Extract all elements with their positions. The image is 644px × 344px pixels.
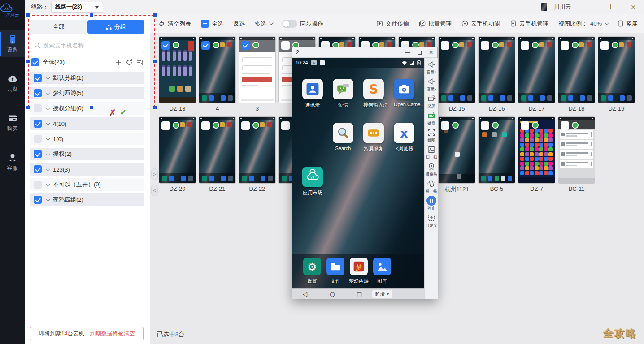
device-checkbox[interactable]	[201, 41, 210, 50]
selection-handle[interactable]	[90, 106, 93, 109]
multi-select-button[interactable]: 多选	[255, 20, 272, 28]
file-transfer-button[interactable]: 文件传输	[376, 20, 409, 28]
app-contacts[interactable]: 通讯录	[302, 79, 323, 108]
tool-screenshot[interactable]: 截图	[425, 128, 438, 143]
group-checkbox[interactable]	[34, 150, 42, 158]
batch-manage-button[interactable]: 批量管理	[419, 20, 452, 28]
selection-handle[interactable]	[153, 60, 157, 63]
device-checkbox[interactable]	[281, 121, 290, 130]
device-checkbox[interactable]	[481, 121, 489, 130]
invert-select-button[interactable]: 反选	[233, 20, 245, 28]
phone-screen[interactable]: 10:24 A 通讯录短信S搜狗输入法Open Came..Search拓展服务…	[292, 58, 424, 288]
group-checkbox[interactable]	[34, 165, 42, 173]
panel-expand-button[interactable]: >	[151, 168, 158, 180]
sidebar-item-设备[interactable]: 设备	[0, 30, 25, 57]
device-card[interactable]: DZ-18	[558, 37, 595, 112]
device-checkbox[interactable]	[241, 121, 250, 130]
device-checkbox[interactable]	[521, 121, 529, 130]
dock-settings[interactable]: ⚙设置	[300, 258, 324, 284]
group-checkbox[interactable]	[34, 89, 42, 97]
app-camera-app[interactable]: Open Came..	[394, 79, 414, 107]
phone-window-maximize-button[interactable]	[418, 51, 422, 55]
maximize-button[interactable]	[610, 4, 615, 9]
app-app-market[interactable]: 应用市场	[302, 167, 323, 196]
device-checkbox[interactable]	[481, 41, 489, 50]
device-card[interactable]: BC-11	[558, 117, 595, 193]
clear-list-button[interactable]: 清空列表	[158, 20, 191, 28]
tool-rotate[interactable]: 竖屏	[425, 94, 438, 109]
app-x-browser[interactable]: xX浏览器	[394, 123, 414, 152]
group-row[interactable]: 默认分组(1)	[30, 72, 144, 84]
view-scale-dropdown[interactable]: 视图比例： 40%	[558, 20, 608, 28]
sidebar-item-购买[interactable]: 购买	[0, 109, 25, 136]
device-checkbox[interactable]	[241, 41, 250, 50]
selection-handle[interactable]	[26, 106, 30, 109]
app-search-app[interactable]: Search	[333, 123, 353, 151]
group-row[interactable]: 授权分组(0)	[30, 102, 144, 115]
device-screen[interactable]	[199, 37, 235, 103]
annotation-confirm-icon[interactable]: ✓	[120, 107, 127, 117]
group-checkbox[interactable]	[34, 196, 42, 204]
device-screen[interactable]	[479, 37, 515, 103]
app-gamepad[interactable]: 拓展服务	[363, 123, 384, 152]
device-checkbox[interactable]	[441, 121, 449, 130]
dock-files[interactable]: 文件	[324, 258, 347, 284]
app-sms[interactable]: 短信	[333, 79, 353, 108]
device-screen[interactable]	[479, 117, 515, 183]
device-screen[interactable]	[598, 37, 635, 103]
device-card[interactable]: BC-5	[479, 117, 515, 193]
device-checkbox[interactable]	[441, 41, 449, 50]
device-card[interactable]: DZ-21	[199, 117, 235, 193]
device-screen[interactable]	[518, 117, 555, 183]
minimize-button[interactable]: —	[589, 4, 595, 10]
tool-keyboard[interactable]: 键盘	[425, 111, 438, 126]
nav-recent-button[interactable]: □	[357, 291, 362, 297]
device-card[interactable]: DZ-7	[518, 117, 555, 193]
search-input[interactable]	[43, 42, 140, 49]
select-all-toolbar[interactable]: 全选	[201, 20, 223, 28]
group-row[interactable]: 梦幻西游(5)	[30, 87, 144, 99]
tool-volume-down[interactable]: 音量-	[425, 77, 438, 92]
tool-stop[interactable]: 停止	[425, 196, 438, 211]
sidebar-item-云盘[interactable]: 云盘	[0, 70, 25, 97]
device-screen[interactable]	[558, 117, 595, 183]
device-screen[interactable]	[518, 37, 555, 103]
device-checkbox[interactable]	[561, 121, 569, 130]
panel-collapse-button[interactable]: <	[151, 185, 158, 196]
device-screen[interactable]	[199, 117, 235, 183]
selection-handle[interactable]	[26, 13, 30, 17]
group-checkbox[interactable]	[34, 74, 42, 82]
device-checkbox[interactable]	[161, 41, 170, 50]
add-group-button[interactable]	[115, 59, 122, 66]
device-card[interactable]: 3	[239, 37, 275, 112]
device-screen[interactable]	[439, 117, 475, 183]
device-card[interactable]: DZ-17	[518, 37, 555, 112]
annotation-cancel-icon[interactable]: ✗	[109, 108, 116, 118]
device-screen[interactable]	[159, 117, 196, 183]
device-card[interactable]: DZ-22	[239, 117, 275, 193]
sidebar-item-客服[interactable]: 客服	[0, 149, 25, 176]
device-screen[interactable]	[159, 37, 196, 103]
group-row[interactable]: 123(3)	[30, 163, 144, 176]
group-row[interactable]: 不可以（五开）(0)	[30, 178, 144, 191]
device-card[interactable]: DZ-19	[598, 37, 635, 112]
dock-mhxy[interactable]: 梦梦幻西游	[347, 258, 370, 284]
phone-window-titlebar[interactable]: 2 — ✕	[292, 47, 437, 58]
phone-manage-button[interactable]: 云手机管理	[510, 20, 548, 28]
refresh-button[interactable]	[126, 59, 133, 66]
tab-all[interactable]: 全部	[30, 20, 87, 34]
portrait-button[interactable]: 竖屏	[618, 20, 638, 28]
app-sogou[interactable]: S搜狗输入法	[363, 79, 384, 108]
group-row[interactable]: 4(10)	[30, 117, 144, 130]
tool-webcam[interactable]: 摄像头	[425, 162, 438, 177]
group-checkbox[interactable]	[34, 135, 42, 143]
device-checkbox[interactable]	[561, 41, 569, 50]
device-card[interactable]: DZ-20	[159, 117, 196, 193]
phone-window-close-button[interactable]: ✕	[429, 49, 433, 56]
phone-functions-button[interactable]: 云手机功能	[461, 20, 500, 28]
device-screen[interactable]	[558, 37, 595, 103]
device-checkbox[interactable]	[281, 41, 290, 50]
device-checkbox[interactable]	[521, 41, 529, 50]
selection-handle[interactable]	[26, 60, 30, 63]
select-all-indeterminate-checkbox[interactable]	[201, 20, 209, 28]
